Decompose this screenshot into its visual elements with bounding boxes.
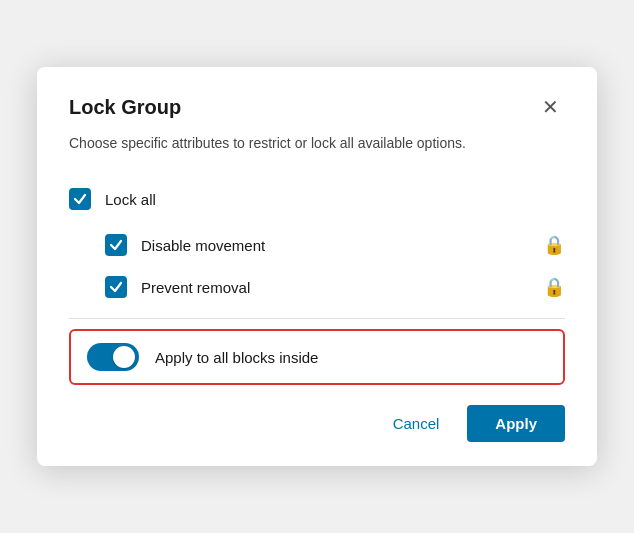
toggle-label: Apply to all blocks inside <box>155 349 318 366</box>
disable-movement-checkbox[interactable] <box>105 234 127 256</box>
separator <box>69 318 565 319</box>
prevent-removal-checkbox[interactable] <box>105 276 127 298</box>
lock-all-row: Lock all <box>69 178 565 220</box>
dialog-header: Lock Group ✕ <box>69 95 565 119</box>
dialog-overlay: Lock Group ✕ Choose specific attributes … <box>0 0 634 533</box>
toggle-track <box>87 343 139 371</box>
prevent-removal-checkbox-wrap[interactable]: Prevent removal <box>105 276 250 298</box>
option-group: Lock all Disable movement 🔒 <box>69 178 565 308</box>
prevent-removal-row: Prevent removal 🔒 <box>69 266 565 308</box>
disable-movement-row: Disable movement 🔒 <box>69 224 565 266</box>
lock-all-label: Lock all <box>105 191 156 208</box>
apply-to-all-toggle[interactable] <box>87 343 139 371</box>
disable-movement-label: Disable movement <box>141 237 265 254</box>
toggle-thumb <box>113 346 135 368</box>
close-button[interactable]: ✕ <box>536 95 565 119</box>
lock-group-dialog: Lock Group ✕ Choose specific attributes … <box>37 67 597 466</box>
dialog-footer: Cancel Apply <box>69 405 565 442</box>
disable-movement-checkbox-wrap[interactable]: Disable movement <box>105 234 265 256</box>
toggle-section: Apply to all blocks inside <box>69 329 565 385</box>
disable-movement-lock-icon: 🔒 <box>543 234 565 256</box>
prevent-removal-lock-icon: 🔒 <box>543 276 565 298</box>
cancel-button[interactable]: Cancel <box>379 405 454 442</box>
lock-all-checkbox-wrap[interactable]: Lock all <box>69 188 156 210</box>
apply-button[interactable]: Apply <box>467 405 565 442</box>
lock-all-checkbox[interactable] <box>69 188 91 210</box>
dialog-title: Lock Group <box>69 96 181 119</box>
dialog-description: Choose specific attributes to restrict o… <box>69 133 565 154</box>
prevent-removal-label: Prevent removal <box>141 279 250 296</box>
